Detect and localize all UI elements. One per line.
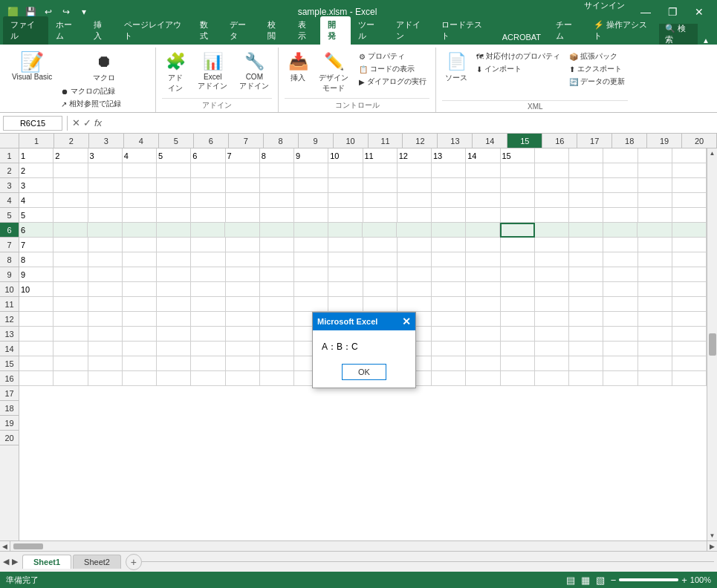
msgbox-content: A：B：C: [313, 330, 415, 359]
msgbox-titlebar: Microsoft Excel ✕: [313, 313, 415, 330]
modal-overlay: Microsoft Excel ✕ A：B：C OK: [0, 0, 717, 588]
msgbox-message: A：B：C: [322, 342, 358, 352]
msgbox-buttons: OK: [313, 359, 415, 388]
ok-button[interactable]: OK: [342, 364, 386, 380]
msgbox-title: Microsoft Excel: [317, 317, 377, 326]
msgbox-close-button[interactable]: ✕: [402, 316, 411, 327]
message-box: Microsoft Excel ✕ A：B：C OK: [312, 312, 416, 388]
